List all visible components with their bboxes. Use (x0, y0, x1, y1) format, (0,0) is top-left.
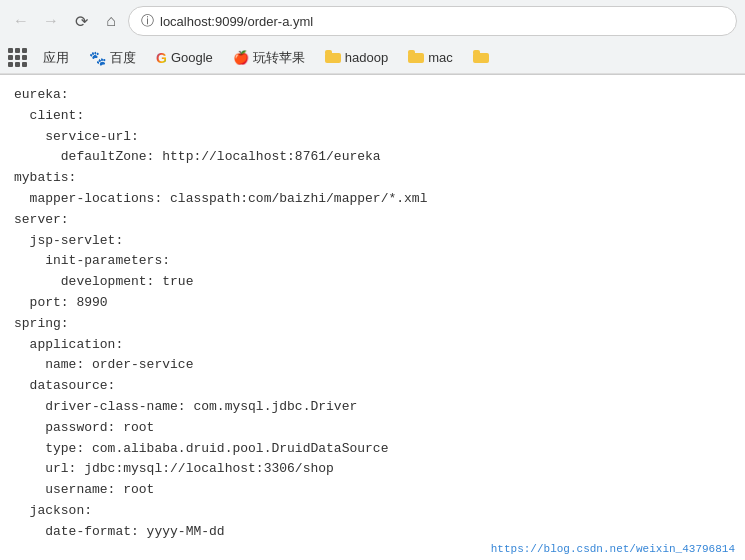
bookmark-google[interactable]: G Google (152, 48, 217, 68)
bookmark-google-label: Google (171, 50, 213, 65)
bookmark-extra[interactable] (469, 48, 493, 68)
baidu-paw-icon: 🐾 (89, 50, 106, 66)
nav-bar: ← → ⟳ ⌂ ⓘ (0, 0, 745, 42)
svg-rect-5 (473, 50, 480, 55)
bookmarks-bar: 应用 🐾 百度 G Google 🍎 玩转苹果 hadoop (0, 42, 745, 74)
browser-chrome: ← → ⟳ ⌂ ⓘ 应用 🐾 百度 G Google 🍎 玩转苹果 (0, 0, 745, 75)
bookmark-fun-label: 玩转苹果 (253, 49, 305, 67)
bookmark-folder-icon-hadoop (325, 50, 341, 66)
bookmark-mac[interactable]: mac (404, 48, 457, 68)
url-input[interactable] (160, 14, 724, 29)
security-icon: ⓘ (141, 12, 154, 30)
bookmark-hadoop-label: hadoop (345, 50, 388, 65)
apps-icon[interactable] (8, 48, 27, 67)
bookmark-apps[interactable]: 应用 (39, 47, 73, 69)
bookmark-baidu-label: 百度 (110, 49, 136, 67)
bookmark-hadoop[interactable]: hadoop (321, 48, 392, 68)
bookmark-folder-icon-extra (473, 50, 489, 66)
content-area: eureka: client: service-url: defaultZone… (0, 75, 745, 560)
bookmark-mac-label: mac (428, 50, 453, 65)
forward-button[interactable]: → (38, 8, 64, 34)
home-button[interactable]: ⌂ (98, 8, 124, 34)
bookmark-baidu[interactable]: 🐾 百度 (85, 47, 140, 69)
svg-rect-3 (408, 50, 415, 55)
google-g-icon: G (156, 50, 167, 66)
bookmark-fun[interactable]: 🍎 玩转苹果 (229, 47, 309, 69)
address-bar[interactable]: ⓘ (128, 6, 737, 36)
bookmark-apps-label: 应用 (43, 49, 69, 67)
yaml-content: eureka: client: service-url: defaultZone… (14, 85, 731, 543)
reload-button[interactable]: ⟳ (68, 8, 94, 34)
watermark: https://blog.csdn.net/weixin_43796814 (491, 541, 735, 559)
back-button[interactable]: ← (8, 8, 34, 34)
bookmark-fun-icon: 🍎 (233, 50, 249, 65)
bookmark-folder-icon-mac (408, 50, 424, 66)
svg-rect-1 (325, 50, 332, 55)
